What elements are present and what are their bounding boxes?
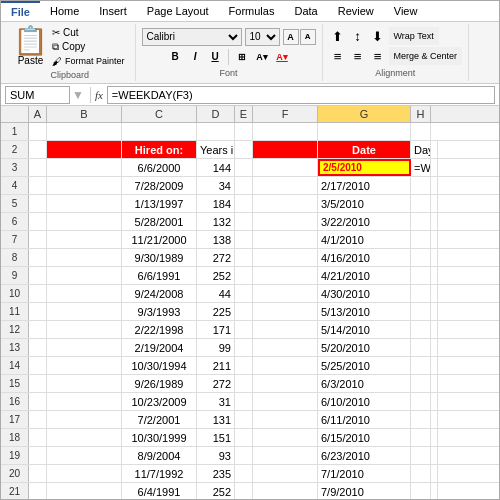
cell-e11[interactable] bbox=[235, 303, 253, 320]
cell-d18[interactable]: 151 bbox=[197, 429, 235, 446]
paste-button[interactable]: 📋 Paste bbox=[13, 27, 48, 66]
cell-h12[interactable] bbox=[411, 321, 431, 338]
align-top-button[interactable]: ⬆ bbox=[329, 27, 347, 45]
cell-g18[interactable]: 6/15/2010 bbox=[318, 429, 411, 446]
cell-h20[interactable] bbox=[411, 465, 431, 482]
cell-b7[interactable] bbox=[47, 231, 122, 248]
cell-f1[interactable] bbox=[253, 123, 318, 140]
cell-c11[interactable]: 9/3/1993 bbox=[122, 303, 197, 320]
cell-f6[interactable] bbox=[253, 213, 318, 230]
cell-e9[interactable] bbox=[235, 267, 253, 284]
cell-g3[interactable]: 2/5/2010 bbox=[318, 159, 411, 176]
cell-c18[interactable]: 10/30/1999 bbox=[122, 429, 197, 446]
cell-a18[interactable] bbox=[29, 429, 47, 446]
cell-g2[interactable]: Date bbox=[318, 141, 411, 158]
cell-h13[interactable] bbox=[411, 339, 431, 356]
cell-h1[interactable] bbox=[411, 123, 431, 140]
cell-g8[interactable]: 4/16/2010 bbox=[318, 249, 411, 266]
cell-h7[interactable] bbox=[411, 231, 431, 248]
cell-a11[interactable] bbox=[29, 303, 47, 320]
cell-h8[interactable] bbox=[411, 249, 431, 266]
cell-g17[interactable]: 6/11/2010 bbox=[318, 411, 411, 428]
cell-e4[interactable] bbox=[235, 177, 253, 194]
tab-formulas[interactable]: Formulas bbox=[219, 1, 285, 21]
cell-g16[interactable]: 6/10/2010 bbox=[318, 393, 411, 410]
cell-d8[interactable]: 272 bbox=[197, 249, 235, 266]
increase-font-button[interactable]: A bbox=[283, 29, 299, 45]
cell-f11[interactable] bbox=[253, 303, 318, 320]
cell-g9[interactable]: 4/21/2010 bbox=[318, 267, 411, 284]
cell-h3[interactable]: =WEEKDAY(F3) bbox=[411, 159, 431, 176]
cell-c7[interactable]: 11/21/2000 bbox=[122, 231, 197, 248]
cell-c8[interactable]: 9/30/1989 bbox=[122, 249, 197, 266]
cell-b10[interactable] bbox=[47, 285, 122, 302]
cell-a9[interactable] bbox=[29, 267, 47, 284]
cell-undefined14[interactable] bbox=[431, 357, 438, 374]
tab-page-layout[interactable]: Page Layout bbox=[137, 1, 219, 21]
cell-b20[interactable] bbox=[47, 465, 122, 482]
cell-a3[interactable] bbox=[29, 159, 47, 176]
cell-b6[interactable] bbox=[47, 213, 122, 230]
cell-a21[interactable] bbox=[29, 483, 47, 499]
cell-f9[interactable] bbox=[253, 267, 318, 284]
cell-undefined20[interactable] bbox=[431, 465, 438, 482]
cell-f2[interactable] bbox=[253, 141, 318, 158]
cell-b21[interactable] bbox=[47, 483, 122, 499]
cell-f16[interactable] bbox=[253, 393, 318, 410]
wrap-text-button[interactable]: Wrap Text bbox=[389, 27, 439, 45]
cell-d12[interactable]: 171 bbox=[197, 321, 235, 338]
cell-h6[interactable] bbox=[411, 213, 431, 230]
col-header-d[interactable]: D bbox=[197, 106, 235, 122]
col-header-c[interactable]: C bbox=[122, 106, 197, 122]
cell-d7[interactable]: 138 bbox=[197, 231, 235, 248]
cell-c12[interactable]: 2/22/1998 bbox=[122, 321, 197, 338]
cell-undefined12[interactable] bbox=[431, 321, 438, 338]
cell-h21[interactable] bbox=[411, 483, 431, 499]
cell-undefined18[interactable] bbox=[431, 429, 438, 446]
tab-home[interactable]: Home bbox=[40, 1, 89, 21]
cell-c5[interactable]: 1/13/1997 bbox=[122, 195, 197, 212]
tab-data[interactable]: Data bbox=[284, 1, 327, 21]
cell-d20[interactable]: 235 bbox=[197, 465, 235, 482]
cell-b9[interactable] bbox=[47, 267, 122, 284]
cell-d9[interactable]: 252 bbox=[197, 267, 235, 284]
cell-c15[interactable]: 9/26/1989 bbox=[122, 375, 197, 392]
col-header-g[interactable]: G bbox=[318, 106, 411, 122]
cell-a4[interactable] bbox=[29, 177, 47, 194]
cell-h9[interactable] bbox=[411, 267, 431, 284]
cell-h18[interactable] bbox=[411, 429, 431, 446]
cell-f19[interactable] bbox=[253, 447, 318, 464]
formula-input[interactable] bbox=[107, 86, 495, 104]
cell-f12[interactable] bbox=[253, 321, 318, 338]
cell-h17[interactable] bbox=[411, 411, 431, 428]
align-bottom-button[interactable]: ⬇ bbox=[369, 27, 387, 45]
cell-g11[interactable]: 5/13/2010 bbox=[318, 303, 411, 320]
cell-e17[interactable] bbox=[235, 411, 253, 428]
font-color-button[interactable]: A▾ bbox=[273, 48, 291, 66]
cell-e13[interactable] bbox=[235, 339, 253, 356]
cell-d15[interactable]: 272 bbox=[197, 375, 235, 392]
cell-f8[interactable] bbox=[253, 249, 318, 266]
cell-g1[interactable] bbox=[318, 123, 411, 140]
cell-c3[interactable]: 6/6/2000 bbox=[122, 159, 197, 176]
cell-g12[interactable]: 5/14/2010 bbox=[318, 321, 411, 338]
cell-d3[interactable]: 144 bbox=[197, 159, 235, 176]
cell-a1[interactable] bbox=[29, 123, 47, 140]
cell-e8[interactable] bbox=[235, 249, 253, 266]
cell-d1[interactable] bbox=[197, 123, 235, 140]
cell-h10[interactable] bbox=[411, 285, 431, 302]
border-button[interactable]: ⊞ bbox=[233, 48, 251, 66]
italic-button[interactable]: I bbox=[186, 48, 204, 66]
cell-e12[interactable] bbox=[235, 321, 253, 338]
cell-undefined17[interactable] bbox=[431, 411, 438, 428]
cell-e3[interactable] bbox=[235, 159, 253, 176]
cell-a2[interactable] bbox=[29, 141, 47, 158]
cell-d21[interactable]: 252 bbox=[197, 483, 235, 499]
cell-d14[interactable]: 211 bbox=[197, 357, 235, 374]
cell-g4[interactable]: 2/17/2010 bbox=[318, 177, 411, 194]
cell-d2[interactable]: Years in service bbox=[197, 141, 235, 158]
align-center-button[interactable]: ≡ bbox=[349, 47, 367, 65]
cell-b19[interactable] bbox=[47, 447, 122, 464]
decrease-font-button[interactable]: A bbox=[300, 29, 316, 45]
cell-f7[interactable] bbox=[253, 231, 318, 248]
